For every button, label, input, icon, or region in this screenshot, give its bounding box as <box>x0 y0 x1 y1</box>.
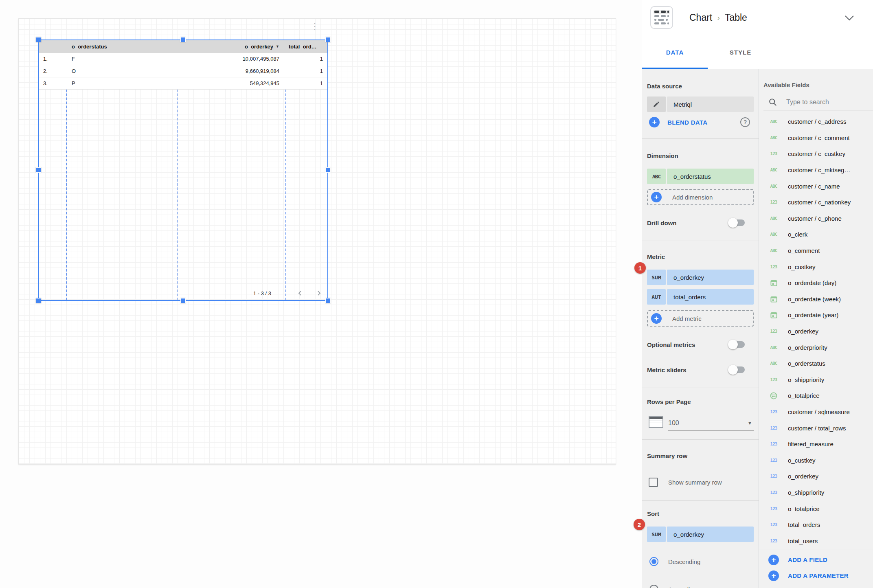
column-header-orderstatus[interactable]: o_orderstatus <box>72 40 107 53</box>
field-item[interactable]: 123o_custkey <box>763 259 873 275</box>
summary-row-checkbox[interactable] <box>649 478 658 487</box>
help-icon[interactable]: ? <box>740 117 750 127</box>
resize-handle[interactable] <box>325 298 331 303</box>
field-item[interactable]: o_orderdate (year) <box>763 307 873 323</box>
resize-handle[interactable] <box>325 37 331 42</box>
field-item[interactable]: 123customer / sqlmeasure <box>763 404 873 420</box>
show-summary-row[interactable]: Show summary row <box>647 477 754 487</box>
edit-datasource-icon[interactable] <box>647 97 666 112</box>
field-item[interactable]: 123o_custkey <box>763 452 873 468</box>
123-icon: 123 <box>768 441 779 447</box>
field-item[interactable]: ABCo_orderstatus <box>763 355 873 372</box>
dropdown-caret-icon: ▼ <box>748 421 752 426</box>
table-row: 3. P 549,324,945 1 <box>39 77 327 90</box>
123-icon: 123 <box>768 426 779 431</box>
metric-chip[interactable]: AUT total_orders <box>647 289 754 305</box>
data-source-chip[interactable]: Metriql <box>647 97 754 112</box>
field-search[interactable] <box>763 94 873 110</box>
metric-field-name[interactable]: total_orders <box>667 289 754 305</box>
column-header-orderkey[interactable]: o_orderkey ▼ <box>177 40 279 53</box>
field-item[interactable]: ABCcustomer / c_phone <box>763 211 873 227</box>
radio-selected-icon[interactable] <box>649 557 658 566</box>
dimension-field-name[interactable]: o_orderstatus <box>667 169 754 184</box>
sum-aggregation-icon[interactable]: SUM <box>647 527 666 542</box>
sort-field-name[interactable]: o_orderkey <box>667 527 754 542</box>
sort-descending-icon: ▼ <box>276 40 279 53</box>
add-metric-button[interactable]: + Add metric <box>647 310 754 327</box>
field-item[interactable]: 123customer / c_nationkey <box>763 194 873 211</box>
breadcrumb-chart[interactable]: Chart <box>689 12 712 23</box>
field-item[interactable]: o_orderdate (week) <box>763 291 873 307</box>
pagination-prev-icon[interactable] <box>296 290 304 297</box>
cell-orderstatus: O <box>72 65 76 77</box>
field-item[interactable]: 123o_orderkey <box>763 468 873 485</box>
field-item[interactable]: 123o_orderkey <box>763 323 873 340</box>
resize-handle[interactable] <box>180 37 186 42</box>
radio-unselected-icon[interactable] <box>649 585 658 588</box>
field-item[interactable]: o_totalprice <box>763 388 873 404</box>
pagination-next-icon[interactable] <box>315 290 322 297</box>
field-item[interactable]: 123customer / c_custkey <box>763 146 873 162</box>
field-item[interactable]: 123o_shippriority <box>763 372 873 388</box>
metric-sliders-row: Metric sliders <box>647 364 754 375</box>
metric-chip[interactable]: SUM o_orderkey <box>647 270 754 285</box>
field-item[interactable]: ABCo_clerk <box>763 226 873 243</box>
tab-style[interactable]: STYLE <box>708 37 773 69</box>
sort-ascending-option[interactable]: Ascending <box>647 584 754 588</box>
sort-field-chip[interactable]: SUM o_orderkey <box>647 527 754 542</box>
globe-icon <box>768 392 779 400</box>
resize-handle[interactable] <box>180 298 186 303</box>
field-item[interactable]: ABCcustomer / c_address <box>763 114 873 130</box>
drill-down-toggle[interactable] <box>730 219 745 226</box>
field-item[interactable]: ABCo_orderpriority <box>763 339 873 355</box>
chevron-down-icon[interactable] <box>844 15 855 24</box>
field-item[interactable]: 123o_totalprice <box>763 500 873 517</box>
field-item[interactable]: 123o_shippriority <box>763 485 873 501</box>
resize-handle[interactable] <box>36 37 41 42</box>
field-item[interactable]: 123filtered_measure <box>763 436 873 452</box>
field-item[interactable]: 123total_orders <box>763 517 873 533</box>
column-header-totalorders[interactable]: total_ord… <box>289 40 317 53</box>
field-item[interactable]: o_orderdate (day) <box>763 275 873 291</box>
cell-orderstatus: P <box>72 77 75 90</box>
123-icon: 123 <box>768 151 779 156</box>
field-item[interactable]: 123total_users <box>763 533 873 549</box>
field-item[interactable]: ABCcustomer / c_name <box>763 178 873 194</box>
sort-descending-option[interactable]: Descending <box>647 557 754 566</box>
plus-icon[interactable]: + <box>649 117 660 127</box>
blend-data-button[interactable]: BLEND DATA <box>667 119 707 126</box>
tab-data[interactable]: DATA <box>642 37 708 69</box>
abc-icon: ABC <box>768 135 779 140</box>
optional-metrics-label: Optional metrics <box>647 341 695 348</box>
rows-per-page-value: 100 <box>668 419 679 427</box>
resize-handle[interactable] <box>36 298 41 303</box>
drag-handle-icon[interactable]: ⋮ <box>310 22 319 31</box>
metric-sliders-toggle[interactable] <box>730 366 745 373</box>
cell-totalorders: 1 <box>285 65 323 77</box>
metric-field-name[interactable]: o_orderkey <box>667 270 754 285</box>
table-chart[interactable]: o_orderstatus o_orderkey ▼ total_ord… 1.… <box>38 39 328 301</box>
breadcrumb-table[interactable]: Table <box>725 12 747 23</box>
drill-down-row: Drill down <box>647 217 754 228</box>
plus-icon: + <box>768 555 779 565</box>
field-item[interactable]: ABCo_comment <box>763 243 873 259</box>
abc-icon: ABC <box>768 167 779 173</box>
field-item[interactable]: ABCcustomer / c_mktseg… <box>763 162 873 178</box>
add-a-field-button[interactable]: + ADD A FIELD <box>763 552 873 568</box>
resize-handle[interactable] <box>36 167 41 173</box>
rows-per-page-dropdown[interactable]: 100 ▼ <box>668 415 754 431</box>
auto-aggregation-icon[interactable]: AUT <box>647 289 666 305</box>
add-a-parameter-button[interactable]: + ADD A PARAMETER <box>763 568 873 584</box>
report-canvas[interactable]: ⋮ o_orderstatus o_orderkey ▼ total_ord… … <box>18 18 616 465</box>
search-input[interactable] <box>786 99 864 106</box>
field-item[interactable]: 123customer / total_rows <box>763 420 873 436</box>
data-source-name[interactable]: Metriql <box>667 97 754 112</box>
dimension-chip[interactable]: ABC o_orderstatus <box>647 169 754 184</box>
app-root: ⋮ o_orderstatus o_orderkey ▼ total_ord… … <box>0 0 873 588</box>
resize-handle[interactable] <box>325 167 331 173</box>
field-item[interactable]: ABCcustomer / c_comment <box>763 130 873 146</box>
add-dimension-button[interactable]: + Add dimension <box>647 189 754 205</box>
optional-metrics-toggle[interactable] <box>730 341 745 348</box>
sum-aggregation-icon[interactable]: SUM <box>647 270 666 285</box>
annotation-badge-2: 2 <box>634 519 645 530</box>
